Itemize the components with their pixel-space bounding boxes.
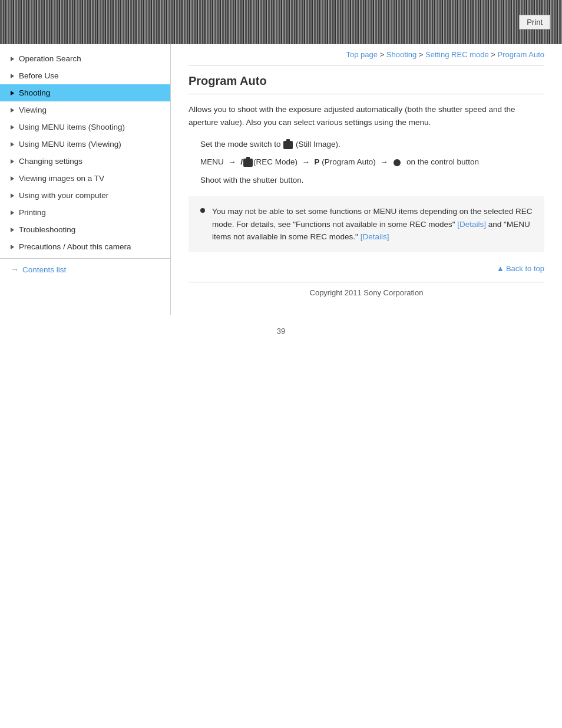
- sidebar-item-label-3: Viewing: [19, 106, 47, 114]
- sidebar-item-1[interactable]: Before Use: [0, 67, 170, 84]
- sidebar-item-label-2: Shooting: [19, 88, 50, 97]
- menu-i-label: i: [240, 157, 243, 166]
- print-button[interactable]: Print: [519, 15, 550, 29]
- back-to-top-arrow-icon: ▲: [497, 264, 504, 273]
- p-label: P: [315, 157, 320, 166]
- sidebar-item-label-0: Operation Search: [19, 54, 81, 63]
- content-area: Top page > Shooting > Setting REC mode >…: [171, 44, 562, 315]
- contents-arrow-icon: →: [11, 265, 19, 274]
- camera-icon-2: [243, 159, 253, 167]
- back-to-top-link[interactable]: ▲Back to top: [497, 264, 544, 273]
- sidebar-arrow-icon-5: [11, 142, 14, 147]
- note-link-1[interactable]: [Details]: [457, 220, 486, 229]
- step-2: MENU → i(REC Mode) → P (Program Auto) → …: [200, 155, 544, 169]
- camera-icon: [283, 141, 293, 149]
- sidebar-item-0[interactable]: Operation Search: [0, 50, 170, 67]
- sidebar-item-4[interactable]: Using MENU items (Shooting): [0, 118, 170, 136]
- sidebar-item-label-4: Using MENU items (Shooting): [19, 123, 125, 131]
- breadcrumb: Top page > Shooting > Setting REC mode >…: [189, 50, 544, 65]
- sidebar: Operation SearchBefore UseShootingViewin…: [0, 44, 171, 315]
- sidebar-item-8[interactable]: Using with your computer: [0, 187, 170, 204]
- sidebar-item-label-6: Changing settings: [19, 157, 82, 166]
- sidebar-item-label-10: Troubleshooting: [19, 225, 75, 234]
- step-1: Set the mode switch to (Still Image).: [200, 137, 544, 151]
- contents-list-row[interactable]: → Contents list: [0, 258, 170, 280]
- circle-icon: [394, 159, 401, 166]
- sidebar-arrow-icon-10: [11, 228, 14, 232]
- note-box: You may not be able to set some function…: [189, 196, 544, 252]
- steps: Set the mode switch to (Still Image). ME…: [200, 137, 544, 187]
- breadcrumb-setting-rec[interactable]: Setting REC mode: [425, 50, 489, 59]
- description: Allows you to shoot with the exposure ad…: [189, 103, 544, 129]
- sidebar-item-3[interactable]: Viewing: [0, 101, 170, 118]
- sidebar-arrow-icon-7: [11, 176, 14, 181]
- sidebar-item-label-5: Using MENU items (Viewing): [19, 140, 121, 149]
- sidebar-arrow-icon-8: [11, 193, 14, 198]
- contents-list-link[interactable]: Contents list: [22, 265, 66, 274]
- sidebar-arrow-icon-0: [11, 57, 14, 61]
- sidebar-arrow-icon-6: [11, 159, 14, 164]
- sidebar-arrow-icon-3: [11, 108, 14, 113]
- sidebar-arrow-icon-1: [11, 74, 14, 78]
- bullet-icon: [200, 208, 205, 213]
- copyright-text: Copyright 2011 Sony Corporation: [310, 288, 424, 297]
- breadcrumb-top-page[interactable]: Top page: [346, 50, 378, 59]
- note-link-2[interactable]: [Details]: [361, 232, 389, 241]
- sidebar-item-10[interactable]: Troubleshooting: [0, 221, 170, 238]
- page-title: Program Auto: [189, 74, 544, 94]
- sidebar-item-label-7: Viewing images on a TV: [19, 174, 104, 183]
- back-to-top-label: Back to top: [506, 264, 544, 273]
- page-number: 39: [0, 315, 562, 347]
- back-to-top: ▲Back to top: [189, 264, 544, 273]
- note-bullet: You may not be able to set some function…: [200, 205, 533, 243]
- breadcrumb-program-auto[interactable]: Program Auto: [498, 50, 545, 59]
- step-3: Shoot with the shutter button.: [200, 173, 544, 187]
- breadcrumb-shooting[interactable]: Shooting: [386, 50, 416, 59]
- sidebar-item-2[interactable]: Shooting: [0, 84, 170, 101]
- sidebar-arrow-icon-4: [11, 125, 14, 130]
- sidebar-item-6[interactable]: Changing settings: [0, 153, 170, 170]
- sidebar-item-label-9: Printing: [19, 208, 46, 217]
- footer: Copyright 2011 Sony Corporation: [189, 282, 544, 303]
- note-text: You may not be able to set some function…: [212, 205, 533, 243]
- sidebar-item-label-8: Using with your computer: [19, 191, 108, 200]
- sidebar-item-label-1: Before Use: [19, 71, 59, 80]
- sidebar-item-11[interactable]: Precautions / About this camera: [0, 238, 170, 255]
- sidebar-item-9[interactable]: Printing: [0, 204, 170, 221]
- sidebar-item-5[interactable]: Using MENU items (Viewing): [0, 136, 170, 153]
- sidebar-arrow-icon-9: [11, 210, 14, 215]
- sidebar-arrow-icon-11: [11, 245, 14, 249]
- header-bar: Print: [0, 0, 562, 44]
- sidebar-item-label-11: Precautions / About this camera: [19, 242, 131, 251]
- sidebar-item-7[interactable]: Viewing images on a TV: [0, 170, 170, 187]
- sidebar-arrow-icon-2: [11, 91, 14, 95]
- main-layout: Operation SearchBefore UseShootingViewin…: [0, 44, 562, 315]
